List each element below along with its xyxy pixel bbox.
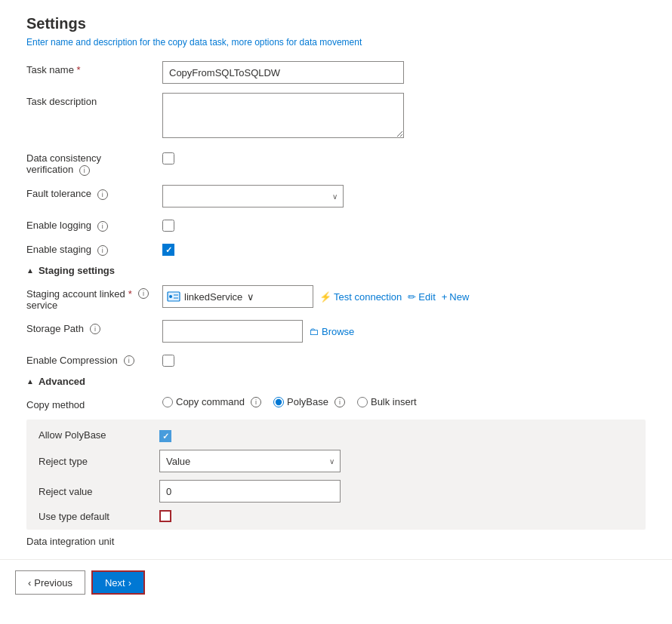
- fault-tolerance-row: Fault tolerance i Skip incompatible row …: [26, 185, 646, 207]
- copy-command-radio[interactable]: [162, 397, 173, 407]
- use-type-default-label: Use type default: [39, 511, 159, 522]
- required-indicator: *: [77, 64, 81, 75]
- fault-tolerance-label: Fault tolerance i: [26, 185, 162, 200]
- staging-account-control: linkedService ∨ ⚡ Test connection ✏ Edit…: [162, 285, 469, 308]
- enable-compression-info-icon[interactable]: i: [124, 355, 134, 366]
- polybase-section: Allow PolyBase Reject type Value Percent…: [26, 420, 646, 530]
- staging-collapse-icon: ▲: [26, 266, 34, 275]
- task-description-control: [162, 93, 404, 140]
- enable-logging-info-icon[interactable]: i: [97, 221, 108, 232]
- reject-type-select-wrapper: Value Percentage ∨: [159, 450, 341, 472]
- reject-value-input[interactable]: [159, 480, 341, 503]
- data-consistency-checkbox[interactable]: [162, 152, 174, 164]
- copy-command-label: Copy command: [176, 396, 245, 407]
- plus-icon: +: [442, 291, 448, 303]
- advanced-collapse-icon: ▲: [26, 377, 34, 386]
- enable-staging-label: Enable staging i: [26, 241, 162, 256]
- allow-polybase-label: Allow PolyBase: [39, 429, 159, 441]
- svg-point-1: [169, 295, 172, 298]
- fault-tolerance-info-icon[interactable]: i: [97, 189, 108, 200]
- task-description-row: Task description: [26, 93, 646, 140]
- new-link[interactable]: + New: [442, 291, 470, 303]
- copy-method-label: Copy method: [26, 396, 162, 410]
- use-type-default-row: Use type default: [39, 510, 633, 522]
- advanced-title: Advanced: [39, 376, 85, 387]
- linked-service-select[interactable]: linkedService ∨: [162, 285, 313, 308]
- allow-polybase-row: Allow PolyBase: [39, 427, 633, 442]
- copy-command-info-icon[interactable]: i: [251, 397, 261, 407]
- edit-icon: ✏: [408, 291, 416, 303]
- storage-path-row: Storage Path i 🗀 Browse: [26, 320, 646, 343]
- enable-compression-row: Enable Compression i: [26, 352, 646, 367]
- staging-account-row: Staging account linkedservice * i linked…: [26, 285, 646, 311]
- reject-type-select[interactable]: Value Percentage: [159, 450, 341, 472]
- enable-staging-checkbox[interactable]: [162, 244, 174, 256]
- enable-logging-checkbox[interactable]: [162, 220, 174, 232]
- polybase-info-icon[interactable]: i: [334, 397, 345, 407]
- polybase-option[interactable]: PolyBase i: [273, 396, 345, 407]
- folder-icon: 🗀: [309, 326, 319, 337]
- copy-method-radio-group: Copy command i PolyBase i Bulk insert: [162, 396, 417, 407]
- footer: ‹ Previous Next ›: [0, 559, 672, 605]
- storage-path-info-icon[interactable]: i: [90, 324, 100, 334]
- bulk-insert-radio[interactable]: [357, 397, 368, 407]
- enable-logging-row: Enable logging i: [26, 217, 646, 232]
- fault-tolerance-select[interactable]: Skip incompatible row: [162, 185, 344, 207]
- previous-button[interactable]: ‹ Previous: [15, 570, 85, 595]
- edit-link[interactable]: ✏ Edit: [408, 291, 435, 303]
- use-type-default-checkbox[interactable]: [159, 510, 171, 522]
- next-button[interactable]: Next ›: [91, 570, 145, 595]
- linked-service-value: linkedService: [184, 291, 247, 303]
- task-description-input[interactable]: [162, 93, 404, 138]
- test-connection-link[interactable]: ⚡ Test connection: [319, 291, 402, 303]
- enable-staging-checkbox-wrapper: [162, 244, 174, 256]
- reject-value-label: Reject value: [39, 486, 159, 497]
- task-description-label: Task description: [26, 93, 162, 107]
- staging-account-label: Staging account linkedservice * i: [26, 285, 162, 311]
- task-name-control: [162, 61, 404, 84]
- enable-staging-row: Enable staging i: [26, 241, 646, 256]
- advanced-header[interactable]: ▲ Advanced: [26, 376, 646, 387]
- staging-settings-title: Staging settings: [39, 265, 115, 276]
- next-arrow-icon: ›: [128, 577, 131, 589]
- copy-command-option[interactable]: Copy command i: [162, 396, 261, 407]
- use-type-default-checkbox-wrapper: [159, 510, 171, 522]
- data-consistency-checkbox-wrapper: [162, 152, 174, 164]
- browse-link[interactable]: 🗀 Browse: [309, 326, 354, 337]
- staging-settings-header[interactable]: ▲ Staging settings: [26, 265, 646, 276]
- enable-staging-info-icon[interactable]: i: [97, 245, 108, 256]
- data-consistency-info-icon[interactable]: i: [79, 165, 90, 176]
- storage-path-label: Storage Path i: [26, 320, 162, 334]
- polybase-radio[interactable]: [273, 397, 284, 407]
- data-integration-unit-label: Data integration unit: [26, 536, 646, 547]
- copy-method-row: Copy method Copy command i PolyBase i Bu…: [26, 396, 646, 410]
- allow-polybase-checkbox[interactable]: [159, 430, 171, 442]
- linked-service-chevron-icon: ∨: [247, 291, 310, 303]
- data-consistency-row: Data consistencyverification i: [26, 149, 646, 176]
- fault-tolerance-select-wrapper: Skip incompatible row ∨: [162, 185, 344, 207]
- enable-compression-label: Enable Compression i: [26, 352, 162, 366]
- bulk-insert-option[interactable]: Bulk insert: [357, 396, 417, 407]
- linked-service-icon: [166, 289, 181, 304]
- previous-arrow-icon: ‹: [28, 577, 31, 589]
- connection-icon: ⚡: [319, 291, 331, 303]
- data-consistency-label: Data consistencyverification i: [26, 149, 162, 176]
- enable-compression-checkbox-wrapper: [162, 355, 174, 367]
- enable-logging-label: Enable logging i: [26, 217, 162, 232]
- task-name-label: Task name *: [26, 61, 162, 75]
- allow-polybase-checkbox-wrapper: [159, 430, 171, 442]
- task-name-input[interactable]: [162, 61, 404, 84]
- page-title: Settings: [26, 15, 646, 32]
- reject-value-row: Reject value: [39, 480, 633, 503]
- bulk-insert-label: Bulk insert: [371, 396, 417, 407]
- storage-path-control: 🗀 Browse: [162, 320, 354, 343]
- reject-type-row: Reject type Value Percentage ∨: [39, 450, 633, 472]
- enable-compression-checkbox[interactable]: [162, 355, 174, 367]
- polybase-label: PolyBase: [287, 396, 328, 407]
- staging-account-info-icon[interactable]: i: [138, 288, 149, 299]
- task-name-row: Task name *: [26, 61, 646, 84]
- subtitle-link[interactable]: Enter name and description for the copy …: [26, 37, 646, 48]
- storage-path-input[interactable]: [162, 320, 303, 343]
- enable-logging-checkbox-wrapper: [162, 220, 174, 232]
- reject-type-label: Reject type: [39, 456, 159, 467]
